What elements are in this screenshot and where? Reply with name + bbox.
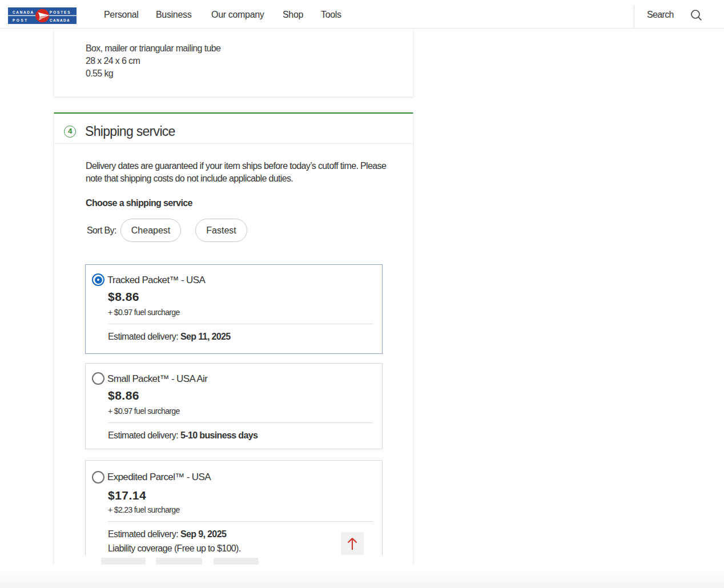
shipping-service-section: 4 Shipping service Delivery dates are gu… <box>54 112 413 588</box>
sort-fastest-button[interactable]: Fastest <box>195 219 247 242</box>
delivery-value: Sep 11, 2025 <box>180 332 231 341</box>
search-icon[interactable] <box>690 9 702 21</box>
delivery-value: 5-10 business days <box>180 430 258 440</box>
service-option-expedited-parcel[interactable]: Expedited Parcel™ - USA $17.14 + $2.23 f… <box>85 460 383 555</box>
service-name: Expedited Parcel™ - USA <box>107 470 211 484</box>
nav-business[interactable]: Business <box>156 1 191 29</box>
section-header: 4 Shipping service <box>54 114 413 144</box>
service-surcharge: + $2.23 fuel surcharge <box>108 505 180 515</box>
up-arrow-icon <box>345 535 359 551</box>
divider <box>108 422 373 423</box>
service-delivery: Estimated delivery:5-10 business days <box>108 429 258 442</box>
header: CANADA POST POSTES CANADA Personal Busin… <box>0 0 724 29</box>
step-number-badge: 4 <box>64 126 76 138</box>
nav-our-company[interactable]: Our company <box>211 1 264 29</box>
package-type: Box, mailer or triangular mailing tube <box>86 42 220 55</box>
service-price: $17.14 <box>108 487 146 504</box>
delivery-value: Sep 9, 2025 <box>180 529 226 539</box>
delivery-label: Estimated delivery: <box>108 529 178 539</box>
radio-button[interactable] <box>92 273 104 286</box>
divider <box>108 521 373 522</box>
package-weight: 0.55 kg <box>86 67 220 80</box>
package-dimensions: 28 x 24 x 6 cm <box>86 55 220 67</box>
package-summary-text: Box, mailer or triangular mailing tube 2… <box>86 42 220 80</box>
back-to-top-button[interactable] <box>341 532 364 555</box>
footer-band <box>0 565 724 588</box>
svg-text:POSTES: POSTES <box>50 10 71 14</box>
radio-dot <box>95 276 102 284</box>
radio-button[interactable] <box>92 471 104 484</box>
choose-service-label: Choose a shipping service <box>86 198 192 208</box>
page: CANADA POST POSTES CANADA Personal Busin… <box>0 0 724 588</box>
service-option-tracked-packet[interactable]: Tracked Packet™ - USA $8.86 + $0.97 fuel… <box>85 264 383 354</box>
divider <box>108 324 373 324</box>
service-name: Small Packet™ - USA Air <box>107 372 207 386</box>
package-summary-card: Box, mailer or triangular mailing tube 2… <box>54 29 413 96</box>
search-button[interactable]: Search <box>647 1 702 29</box>
sort-cheapest-button[interactable]: Cheapest <box>120 219 182 242</box>
header-divider <box>634 6 634 29</box>
service-options: Tracked Packet™ - USA $8.86 + $0.97 fuel… <box>85 264 383 555</box>
service-liability-note: Liability coverage (Free up to $100). <box>108 542 240 555</box>
svg-text:POST: POST <box>13 18 29 22</box>
svg-text:CANADA: CANADA <box>50 18 70 22</box>
canada-post-logo[interactable]: CANADA POST POSTES CANADA <box>8 7 77 24</box>
service-price: $8.86 <box>108 387 139 404</box>
section-intro: Delivery dates are guaranteed if your it… <box>86 160 394 185</box>
sort-row: Sort By: Cheapest Fastest <box>87 219 247 242</box>
search-label: Search <box>647 10 674 20</box>
service-name: Tracked Packet™ - USA <box>107 273 205 287</box>
delivery-label: Estimated delivery: <box>108 332 178 341</box>
svg-text:CANADA: CANADA <box>13 10 34 14</box>
service-surcharge: + $0.97 fuel surcharge <box>108 406 180 416</box>
nav-tools[interactable]: Tools <box>321 1 341 29</box>
service-option-small-packet[interactable]: Small Packet™ - USA Air $8.86 + $0.97 fu… <box>85 363 383 449</box>
sort-by-label: Sort By: <box>87 225 116 236</box>
service-delivery: Estimated delivery:Sep 11, 2025 <box>108 331 231 343</box>
section-title: Shipping service <box>85 123 175 140</box>
radio-button[interactable] <box>92 372 104 385</box>
service-surcharge: + $0.97 fuel surcharge <box>108 307 180 317</box>
delivery-label: Estimated delivery: <box>108 430 178 440</box>
nav-personal[interactable]: Personal <box>104 1 139 29</box>
nav-shop[interactable]: Shop <box>283 1 303 29</box>
service-price: $8.86 <box>108 288 139 305</box>
service-delivery: Estimated delivery:Sep 9, 2025 <box>108 528 226 541</box>
